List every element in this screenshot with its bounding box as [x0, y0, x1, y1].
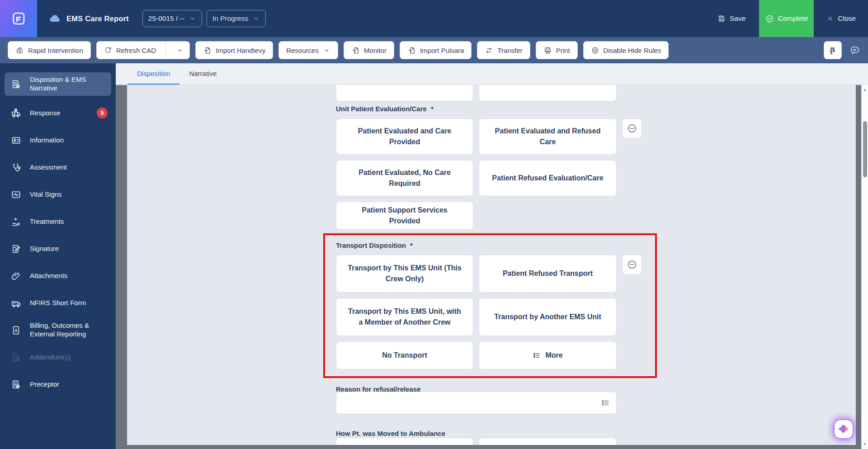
collapse-transport-disposition-button[interactable] [622, 255, 642, 274]
required-marker: * [431, 105, 434, 113]
complete-label: Complete [778, 14, 808, 23]
sidebar-item-signature[interactable]: Signature [0, 235, 116, 262]
import-handtevy-button[interactable]: Import Handtevy [195, 41, 273, 59]
status-dropdown[interactable]: In Progress [207, 10, 266, 27]
import-document-icon [351, 46, 360, 55]
sidebar-item-treatments[interactable]: Treatments [0, 208, 116, 235]
disposition-form-page: Unit Patient Evaluation/Care* Patient Ev… [127, 85, 856, 445]
scrollbar-thumb[interactable] [863, 121, 867, 177]
sidebar-item-addendums: Addendum(s) [0, 344, 116, 371]
import-document-icon [407, 46, 416, 55]
form-scroll-canvas: Unit Patient Evaluation/Care* Patient Ev… [116, 85, 861, 449]
option-patient-refused-transport[interactable]: Patient Refused Transport [479, 255, 617, 293]
close-button[interactable]: Close [827, 14, 856, 23]
sidebar-item-information[interactable]: Information [0, 127, 116, 154]
toolbar-right [824, 41, 860, 59]
transfer-arrows-icon [485, 46, 493, 55]
billing-document-icon [11, 325, 22, 336]
option-transport-another-unit[interactable]: Transport by Another EMS Unit [479, 298, 617, 336]
scroll-up-arrow[interactable]: ▲ [862, 88, 868, 92]
chat-bubble-icon [849, 45, 860, 56]
option-patient-evaluated-refused-care[interactable]: Patient Evaluated and Refused Care [479, 118, 617, 155]
incident-number-dropdown[interactable]: 25-0015 / -- [142, 10, 202, 27]
hand-plus-icon [11, 217, 22, 227]
sidebar-item-vital-signs[interactable]: Vital Signs [0, 181, 116, 208]
sidebar-item-billing-outcomes[interactable]: Billing, Outcomes & External Reporting [0, 317, 116, 344]
save-button[interactable]: Save [717, 14, 745, 23]
option-transport-with-member-other-crew[interactable]: Transport by This EMS Unit, with a Membe… [336, 298, 473, 336]
audio-waveform-icon [838, 424, 849, 435]
status-value: In Progress [212, 14, 248, 23]
collapse-unit-evaluation-button[interactable] [622, 118, 642, 138]
incident-number-value: 25-0015 / -- [148, 14, 184, 23]
sidebar-item-nfirs-short-form[interactable]: NFIRS Short Form [0, 289, 116, 317]
option-more[interactable]: More [479, 341, 617, 369]
top-bar: EMS Care Report 25-0015 / -- In Progress… [0, 0, 868, 37]
sidebar-item-assessment[interactable]: Assessment [0, 154, 116, 181]
sidebar-item-response[interactable]: Response 5 [0, 99, 116, 127]
tab-bar: Disposition Narrative [116, 63, 868, 85]
transfer-button[interactable]: Transfer [477, 41, 530, 59]
import-pulsara-button[interactable]: Import Pulsara [400, 41, 472, 59]
list-icon [533, 351, 541, 359]
tab-narrative[interactable]: Narrative [179, 63, 226, 85]
option-patient-evaluated-care-provided[interactable]: Patient Evaluated and Care Provided [336, 118, 473, 155]
disable-circle-icon [591, 46, 599, 55]
option-card-partial [479, 438, 617, 445]
option-card-partial [336, 438, 473, 445]
transport-disposition-label: Transport Disposition* [336, 241, 413, 249]
refresh-cad-dropdown[interactable] [170, 47, 189, 54]
minus-circle-icon [627, 123, 637, 133]
first-due-logo-icon [10, 10, 27, 27]
action-toolbar: Rapid Intervention Refresh CAD Import Ha… [0, 37, 868, 63]
top-actions: Save Complete Close [717, 0, 868, 37]
sidebar-nav: Disposition & EMS Narrative Response 5 I… [0, 63, 116, 449]
unit-evaluation-label: Unit Patient Evaluation/Care* [336, 105, 434, 113]
refresh-cad-button[interactable]: Refresh CAD [96, 41, 190, 59]
chevron-down-icon [189, 15, 196, 22]
scroll-down-arrow[interactable]: ▼ [862, 442, 868, 447]
workflow-timeline-button[interactable] [824, 41, 842, 59]
sidebar-item-attachments[interactable]: Attachments [0, 262, 116, 289]
paperclip-icon [11, 271, 22, 281]
sidebar-item-preceptor[interactable]: Preceptor [0, 371, 116, 398]
moved-to-ambulance-label: How Pt. was Moved to Ambulance [336, 430, 445, 437]
medical-bag-icon [15, 46, 24, 55]
document-check-icon [11, 79, 22, 90]
resources-dropdown-button[interactable]: Resources [278, 41, 338, 59]
option-card-partial [336, 85, 473, 101]
complete-button[interactable]: Complete [759, 0, 814, 37]
disable-hide-rules-button[interactable]: Disable Hide Rules [583, 41, 669, 59]
import-document-icon [203, 46, 212, 55]
option-patient-support-services[interactable]: Patient Support Services Provided [336, 202, 473, 230]
signature-pen-icon [11, 244, 22, 254]
document-check-icon [11, 379, 22, 390]
ambulance-icon [11, 108, 22, 118]
close-label: Close [838, 14, 856, 23]
voice-assistant-button[interactable] [835, 420, 853, 438]
vertical-scrollbar[interactable]: ▲ ▼ [861, 85, 868, 449]
option-no-transport[interactable]: No Transport [336, 341, 473, 369]
minus-circle-icon [627, 260, 637, 269]
refusal-reason-input[interactable] [336, 392, 617, 414]
monitor-button[interactable]: Monitor [344, 41, 394, 59]
chevron-down-icon [323, 47, 330, 54]
response-count-badge: 5 [97, 108, 108, 118]
rapid-intervention-button[interactable]: Rapid Intervention [8, 41, 91, 59]
choose-from-list-icon[interactable] [601, 398, 610, 407]
tab-disposition[interactable]: Disposition [127, 63, 179, 85]
button-divider [165, 42, 166, 59]
printer-icon [543, 46, 552, 55]
option-transport-this-unit[interactable]: Transport by This EMS Unit (This Crew On… [336, 255, 473, 293]
required-marker: * [410, 241, 413, 249]
main-content: Disposition Narrative Unit Patient Evalu… [116, 63, 868, 449]
option-patient-refused-evaluation[interactable]: Patient Refused Evaluation/Care [479, 160, 617, 196]
option-card-partial [479, 85, 617, 101]
option-patient-evaluated-no-care[interactable]: Patient Evaluated, No Care Required [336, 160, 473, 196]
print-button[interactable]: Print [536, 41, 578, 59]
stethoscope-icon [11, 162, 22, 173]
sidebar-item-disposition-ems-narrative[interactable]: Disposition & EMS Narrative [5, 72, 111, 96]
chat-bubble-button[interactable] [849, 45, 860, 56]
first-due-logo[interactable] [0, 0, 37, 37]
close-icon [827, 15, 834, 22]
